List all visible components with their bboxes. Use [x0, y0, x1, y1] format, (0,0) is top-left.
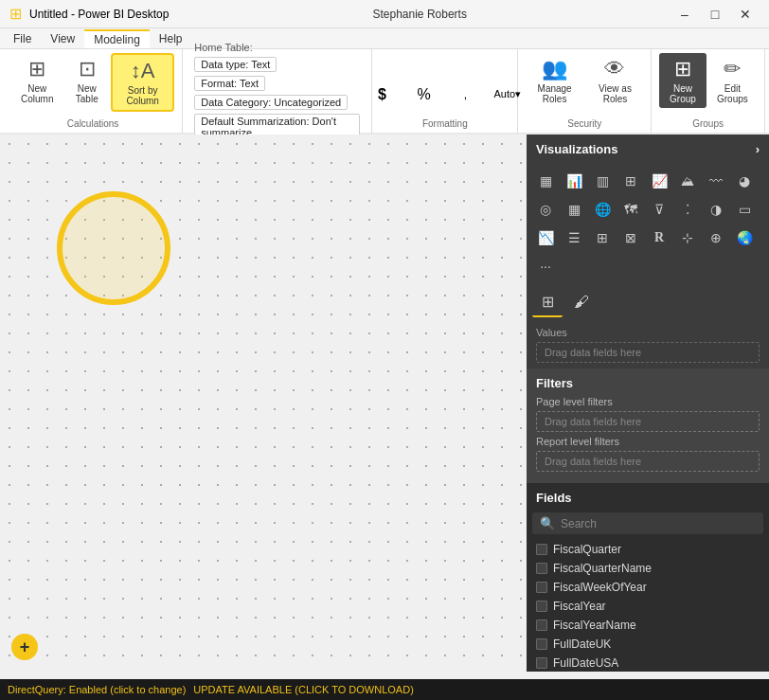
- viz-100-stacked-icon[interactable]: ⊞: [617, 168, 644, 194]
- add-page-button[interactable]: +: [11, 634, 38, 660]
- field-checkbox[interactable]: [536, 601, 547, 612]
- format-row: Format: Text: [194, 76, 360, 91]
- dollar-btn[interactable]: $: [364, 84, 402, 105]
- minimize-button[interactable]: –: [671, 5, 699, 24]
- viz-scatter-icon[interactable]: ⁚: [674, 196, 701, 223]
- comma-btn[interactable]: ,: [447, 86, 485, 103]
- data-category-value[interactable]: Data Category: Uncategorized: [194, 95, 348, 110]
- field-name: FiscalYearName: [553, 619, 636, 632]
- visualizations-header: Visualizations ›: [527, 135, 769, 164]
- field-item[interactable]: FiscalYear: [527, 597, 769, 616]
- filters-panel: Filters Page level filters Drag data fie…: [527, 368, 769, 483]
- field-item[interactable]: FullDateUSA: [527, 654, 769, 672]
- new-group-button[interactable]: ⊞ New Group: [659, 53, 706, 108]
- close-button[interactable]: ✕: [731, 5, 760, 24]
- viz-table-icon[interactable]: ⊞: [589, 224, 616, 251]
- new-group-label: New Group: [665, 83, 701, 104]
- view-as-label: View as Roles: [593, 83, 637, 104]
- viz-pie-icon[interactable]: ◕: [731, 168, 758, 194]
- viz-stacked-bar-icon[interactable]: ▦: [532, 168, 559, 194]
- new-table-button[interactable]: ⊡ New Table: [65, 53, 110, 108]
- viz-area-icon[interactable]: ⛰: [674, 168, 701, 194]
- viz-matrix-icon[interactable]: ⊠: [617, 224, 644, 251]
- viz-kpi-icon[interactable]: 📉: [532, 224, 559, 251]
- viz-more-icon[interactable]: ···: [532, 253, 559, 279]
- visualizations-panel: Visualizations › ▦ 📊 ▥ ⊞ 📈 ⛰ 〰 ◕ ◎ ▦ 🌐 🗺…: [527, 135, 769, 368]
- title-bar: ⊞ Untitled - Power BI Desktop Stephanie …: [0, 0, 769, 28]
- field-checkbox[interactable]: [536, 638, 547, 650]
- field-name: FullDateUK: [553, 637, 611, 651]
- menu-file[interactable]: File: [4, 30, 41, 47]
- viz-format-tab[interactable]: 🖌: [566, 287, 597, 317]
- canvas-grid: [0, 135, 527, 672]
- viz-gauge-icon[interactable]: ◑: [703, 196, 729, 223]
- ribbon-properties-section: Home Table: Data type: Text Format: Text…: [183, 49, 372, 133]
- view-as-icon: 👁: [604, 57, 625, 81]
- viz-map-icon[interactable]: 🌐: [589, 196, 616, 223]
- edit-groups-icon: ✏: [724, 57, 741, 81]
- data-type-value[interactable]: Data type: Text: [194, 57, 277, 72]
- viz-line-icon[interactable]: 📈: [646, 168, 672, 194]
- percent-btn[interactable]: %: [405, 84, 443, 105]
- viz-r-visual-icon[interactable]: R: [646, 224, 672, 251]
- field-item[interactable]: FiscalQuarterName: [527, 559, 769, 578]
- values-section: Values Drag data fields here: [527, 321, 769, 368]
- fields-search-box[interactable]: 🔍: [532, 512, 763, 534]
- viz-stacked-bar2-icon[interactable]: ▥: [589, 168, 616, 194]
- home-table-row: Home Table:: [194, 42, 360, 53]
- formatting-group-label: Formatting: [422, 118, 468, 129]
- directquery-status[interactable]: DirectQuery: Enabled (click to change): [8, 684, 186, 695]
- edit-groups-button[interactable]: ✏ Edit Groups: [708, 53, 757, 108]
- ribbon-group-calculations: ⊞ New Column ⊡ New Table ↕A Sort by Colu…: [4, 49, 183, 133]
- format-value[interactable]: Format: Text: [194, 76, 265, 91]
- viz-treemap-icon[interactable]: ▦: [561, 196, 587, 223]
- viz-line2-icon[interactable]: 〰: [703, 168, 729, 194]
- viz-slicer-icon[interactable]: ☰: [561, 224, 587, 251]
- maximize-button[interactable]: □: [701, 5, 729, 24]
- page-level-drop-zone[interactable]: Drag data fields here: [536, 411, 760, 432]
- right-panel: Visualizations › ▦ 📊 ▥ ⊞ 📈 ⛰ 〰 ◕ ◎ ▦ 🌐 🗺…: [527, 135, 769, 672]
- canvas-area[interactable]: +: [0, 135, 527, 672]
- sort-by-column-button[interactable]: ↕A Sort by Column: [111, 53, 174, 112]
- search-input[interactable]: [561, 517, 756, 530]
- menu-modeling[interactable]: Modeling: [84, 29, 150, 48]
- field-checkbox[interactable]: [536, 619, 547, 631]
- viz-card-icon[interactable]: ▭: [731, 196, 758, 223]
- status-bar: DirectQuery: Enabled (click to change) U…: [0, 679, 769, 700]
- sort-by-column-label: Sort by Column: [118, 85, 167, 106]
- visualizations-expand-icon[interactable]: ›: [756, 142, 760, 156]
- field-checkbox[interactable]: [536, 657, 547, 669]
- field-checkbox[interactable]: [536, 563, 547, 574]
- viz-donut-icon[interactable]: ◎: [532, 196, 559, 223]
- values-drop-zone[interactable]: Drag data fields here: [536, 342, 760, 363]
- field-item[interactable]: FullDateUK: [527, 635, 769, 654]
- manage-roles-button[interactable]: 👥 Manage Roles: [526, 53, 582, 108]
- viz-filled-map-icon[interactable]: 🗺: [617, 196, 644, 223]
- view-as-roles-button[interactable]: 👁 View as Roles: [587, 53, 643, 108]
- groups-group-label: Groups: [692, 118, 724, 129]
- field-item[interactable]: FiscalWeekOfYear: [527, 578, 769, 597]
- viz-custom1-icon[interactable]: ⊹: [674, 224, 701, 251]
- viz-custom2-icon[interactable]: ⊕: [703, 224, 729, 251]
- visualizations-title: Visualizations: [536, 142, 617, 156]
- new-column-label: New Column: [17, 83, 58, 104]
- fields-title: Fields: [536, 491, 572, 505]
- viz-funnel-icon[interactable]: ⊽: [646, 196, 672, 223]
- field-checkbox[interactable]: [536, 582, 547, 593]
- field-checkbox[interactable]: [536, 544, 547, 555]
- title-bar-title: Untitled - Power BI Desktop: [29, 8, 169, 21]
- viz-fields-tab[interactable]: ⊞: [532, 287, 563, 317]
- new-column-button[interactable]: ⊞ New Column: [11, 53, 63, 108]
- report-level-drop-zone[interactable]: Drag data fields here: [536, 451, 760, 472]
- field-item[interactable]: FiscalYearName: [527, 616, 769, 635]
- update-available[interactable]: UPDATE AVAILABLE (CLICK TO DOWNLOAD): [193, 684, 413, 695]
- title-bar-left: ⊞ Untitled - Power BI Desktop: [9, 5, 169, 23]
- field-item[interactable]: FiscalQuarter: [527, 540, 769, 559]
- menu-view[interactable]: View: [41, 30, 84, 47]
- sort-by-column-icon: ↕A: [131, 59, 155, 83]
- report-level-filters-label: Report level filters: [536, 436, 760, 447]
- viz-clustered-bar-icon[interactable]: 📊: [561, 168, 587, 194]
- viz-globe-icon[interactable]: 🌏: [731, 224, 758, 251]
- viz-icons-grid: ▦ 📊 ▥ ⊞ 📈 ⛰ 〰 ◕ ◎ ▦ 🌐 🗺 ⊽ ⁚ ◑ ▭ 📉 ☰: [527, 164, 769, 283]
- menu-help[interactable]: Help: [150, 30, 192, 47]
